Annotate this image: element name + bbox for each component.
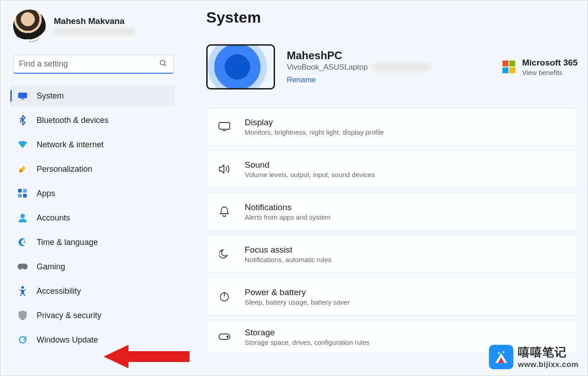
card-title: Display (245, 118, 384, 127)
display-icon (218, 120, 231, 133)
nav-personalization[interactable]: Personalization (9, 159, 175, 179)
gaming-icon (18, 262, 28, 272)
nav-gaming[interactable]: Gaming (9, 256, 175, 277)
card-sub: Sleep, battery usage, battery saver (245, 298, 350, 306)
microsoft-logo-icon (503, 61, 515, 73)
profile-email-redacted (54, 28, 135, 35)
nav-apps[interactable]: Apps (9, 183, 175, 204)
search-icon (159, 59, 167, 69)
card-sound[interactable]: SoundVolume levels, output, input, sound… (206, 150, 578, 188)
device-model: VivoBook_ASUSLaptop (287, 63, 368, 72)
accounts-icon (18, 213, 28, 223)
settings-card-list: DisplayMonitors, brightness, night light… (206, 108, 578, 353)
privacy-icon (18, 310, 28, 320)
svg-rect-4 (18, 189, 22, 193)
svg-point-0 (160, 60, 165, 65)
device-row: MaheshPC VivoBook_ASUSLaptop Rename Micr… (206, 44, 578, 89)
svg-point-8 (20, 214, 25, 218)
svg-rect-3 (21, 99, 24, 99)
card-notifications[interactable]: NotificationsAlerts from apps and system (206, 193, 578, 230)
card-title: Notifications (245, 202, 331, 212)
card-title: Sound (245, 160, 375, 170)
card-power[interactable]: Power & batterySleep, battery usage, bat… (206, 277, 578, 315)
svg-line-1 (164, 64, 166, 66)
apps-icon (18, 188, 28, 198)
card-focus-assist[interactable]: Focus assistNotifications, automatic rul… (206, 235, 578, 273)
nav-label: Network & internet (37, 140, 104, 150)
card-sub: Volume levels, output, input, sound devi… (245, 171, 375, 179)
nav-label: Privacy & security (37, 311, 101, 320)
svg-rect-12 (219, 122, 230, 129)
main-content: System MaheshPC VivoBook_ASUSLaptop Rena… (179, 0, 588, 376)
device-model-redacted (372, 63, 431, 71)
nav-bluetooth[interactable]: Bluetooth & devices (9, 110, 175, 131)
sidebar: Mahesh Makvana System Bluetooth & device… (0, 0, 179, 376)
profile-name: Mahesh Makvana (54, 16, 135, 26)
personalization-icon (18, 164, 28, 174)
profile-section[interactable]: Mahesh Makvana (9, 9, 175, 42)
svg-point-11 (21, 286, 24, 289)
avatar (13, 9, 46, 42)
nav-label: Windows Update (37, 335, 98, 345)
card-sub: Alerts from apps and system (245, 213, 331, 221)
card-storage[interactable]: StorageStorage space, drives, configurat… (206, 320, 578, 353)
power-icon (218, 290, 231, 303)
card-display[interactable]: DisplayMonitors, brightness, night light… (206, 108, 578, 146)
page-title: System (206, 9, 578, 26)
nav-label: Bluetooth & devices (37, 116, 109, 125)
nav-label: Accessibility (37, 287, 81, 296)
device-name: MaheshPC (287, 49, 491, 62)
svg-rect-7 (23, 194, 27, 197)
search-input[interactable] (13, 55, 174, 74)
focus-icon (218, 247, 231, 261)
svg-point-17 (227, 336, 228, 338)
bluetooth-icon (18, 115, 28, 125)
rename-link[interactable]: Rename (287, 75, 316, 85)
sound-icon (218, 162, 231, 176)
time-icon (18, 237, 28, 247)
nav-network[interactable]: Network & internet (9, 134, 175, 155)
nav-label: System (37, 91, 64, 101)
card-title: Storage (245, 328, 370, 338)
nav-label: Accounts (37, 213, 70, 223)
card-sub: Notifications, automatic rules (245, 256, 332, 263)
card-title: Focus assist (245, 245, 332, 255)
card-sub: Monitors, brightness, night light, displ… (245, 128, 384, 136)
card-sub: Storage space, drives, configuration rul… (245, 338, 370, 346)
nav-label: Apps (37, 189, 55, 198)
card-title: Power & battery (245, 287, 350, 297)
svg-rect-6 (18, 194, 22, 197)
promo-sub: View benefits (522, 69, 578, 76)
svg-rect-2 (18, 93, 27, 98)
nav-label: Gaming (37, 262, 65, 272)
nav-list: System Bluetooth & devices Network & int… (9, 85, 175, 350)
svg-rect-5 (23, 189, 27, 193)
storage-icon (218, 330, 231, 343)
network-icon (18, 140, 28, 150)
search-container (13, 55, 174, 74)
notifications-icon (218, 205, 231, 218)
nav-label: Time & language (37, 238, 98, 247)
accessibility-icon (18, 286, 28, 296)
nav-privacy[interactable]: Privacy & security (9, 305, 175, 326)
nav-system[interactable]: System (9, 85, 175, 106)
microsoft-365-promo[interactable]: Microsoft 365 View benefits (503, 58, 578, 76)
nav-windows-update[interactable]: Windows Update (9, 329, 175, 350)
nav-time[interactable]: Time & language (9, 232, 175, 253)
system-icon (18, 91, 28, 101)
update-icon (18, 335, 28, 345)
promo-title: Microsoft 365 (522, 58, 578, 68)
nav-accounts[interactable]: Accounts (9, 207, 175, 228)
device-thumbnail[interactable] (206, 44, 275, 89)
nav-accessibility[interactable]: Accessibility (9, 281, 175, 301)
nav-label: Personalization (37, 164, 92, 174)
